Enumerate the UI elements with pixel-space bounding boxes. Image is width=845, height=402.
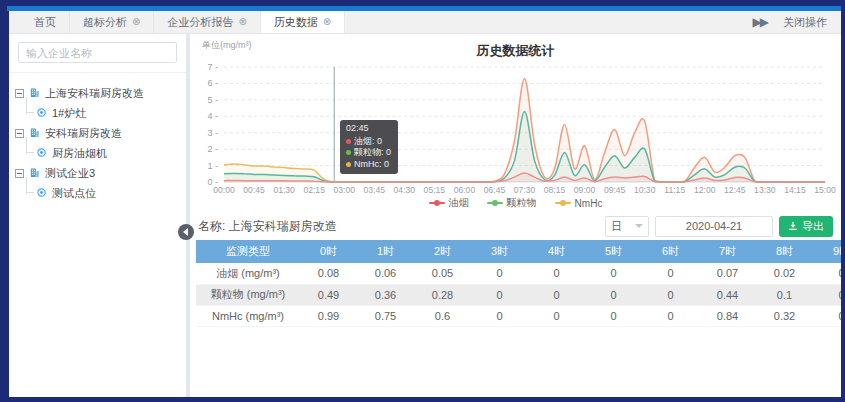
value-cell: 0.07 (699, 263, 756, 284)
tab-企业分析报告[interactable]: 企业分析报告⊗ (154, 11, 260, 33)
legend-item-颗粒物[interactable]: 颗粒物 (487, 196, 537, 210)
history-chart[interactable]: 单位(mg/m³) 历史数据统计 0 -1 -2 -3 -4 -5 -6 -7 … (190, 34, 841, 212)
tree-node-enterprise[interactable]: 测试企业3 (15, 163, 180, 183)
close-operations-menu[interactable]: 关闭操作 (783, 15, 827, 30)
svg-text:05:15: 05:15 (424, 185, 446, 195)
tree-node-point[interactable]: 测试点位 (23, 183, 180, 203)
tab-close-icon[interactable]: ⊗ (323, 17, 331, 27)
date-value: 2020-04-21 (686, 220, 742, 232)
header-cell: 8时 (756, 240, 813, 263)
tree-node-point[interactable]: 厨房油烟机 (23, 143, 180, 163)
period-select[interactable]: 日 (605, 216, 649, 237)
collapse-node-icon[interactable] (15, 169, 24, 178)
value-cell: 0 (813, 305, 841, 326)
export-label: 导出 (802, 219, 824, 234)
window-frame: 首页超标分析⊗企业分析报告⊗历史数据⊗ ▶▶ 关闭操作 上海安科瑞厨房改造1#炉… (0, 0, 845, 402)
tab-close-icon[interactable]: ⊗ (238, 17, 246, 27)
header-cell: 2时 (414, 240, 471, 263)
svg-text:15:00: 15:00 (814, 185, 836, 195)
value-cell: 0.49 (300, 284, 357, 305)
enterprise-name-value: 上海安科瑞厨房改造 (229, 218, 337, 235)
tab-bar: 首页超标分析⊗企业分析报告⊗历史数据⊗ ▶▶ 关闭操作 (9, 11, 841, 34)
header-cell: 监测类型 (196, 240, 300, 263)
value-cell: 0.84 (699, 305, 756, 326)
tree-node-point[interactable]: 1#炉灶 (23, 103, 180, 123)
collapse-sidebar-button[interactable] (178, 224, 194, 240)
row-label: 油烟 (mg/m³) (196, 263, 300, 284)
value-cell: 0.36 (357, 284, 414, 305)
enterprise-search-input[interactable] (18, 42, 177, 63)
period-select-value: 日 (611, 219, 622, 234)
tab-close-icon[interactable]: ⊗ (132, 17, 140, 27)
svg-text:06:45: 06:45 (484, 185, 506, 195)
svg-text:00:00: 00:00 (213, 185, 235, 195)
value-cell: 0 (528, 284, 585, 305)
double-arrow-icon[interactable]: ▶▶ (753, 15, 767, 29)
tab-超标分析[interactable]: 超标分析⊗ (70, 11, 154, 33)
chart-canvas: 0 -1 -2 -3 -4 -5 -6 -7 -00:0000:4501:300… (190, 34, 841, 212)
tab-label: 企业分析报告 (167, 15, 233, 30)
value-cell: 0 (528, 305, 585, 326)
tree-node-label: 测试企业3 (45, 166, 95, 181)
value-cell: 0.02 (756, 263, 813, 284)
svg-text:09:00: 09:00 (574, 185, 596, 195)
point-icon (36, 107, 47, 120)
building-icon (29, 167, 40, 180)
value-cell: 0.6 (414, 305, 471, 326)
hourly-table-wrap: 监测类型0时1时2时3时4时5时6时7时8时9时油烟 (mg/m³)0.080.… (196, 240, 841, 327)
value-cell: 0 (471, 263, 528, 284)
search-wrap (9, 34, 186, 73)
value-cell: 0 (471, 284, 528, 305)
value-cell: 0 (585, 305, 642, 326)
tab-历史数据[interactable]: 历史数据⊗ (261, 11, 345, 33)
svg-text:03:45: 03:45 (364, 185, 386, 195)
svg-text:06:00: 06:00 (454, 185, 476, 195)
value-cell: 0 (642, 284, 699, 305)
svg-text:01:30: 01:30 (273, 185, 295, 195)
tab-首页[interactable]: 首页 (21, 11, 70, 33)
value-cell: 0.05 (414, 263, 471, 284)
svg-text:6 -: 6 - (208, 78, 219, 88)
svg-text:2 -: 2 - (208, 144, 219, 154)
value-cell: 0.75 (357, 305, 414, 326)
tree-node-enterprise[interactable]: 上海安科瑞厨房改造 (15, 83, 180, 103)
svg-text:14:15: 14:15 (784, 185, 806, 195)
building-icon (29, 127, 40, 140)
collapse-node-icon[interactable] (15, 129, 24, 138)
header-cell: 5时 (585, 240, 642, 263)
value-cell: 0 (642, 305, 699, 326)
export-button[interactable]: 导出 (779, 216, 833, 237)
tab-label: 首页 (34, 15, 56, 30)
legend-item-油烟[interactable]: 油烟 (429, 196, 469, 210)
enterprise-tree: 上海安科瑞厨房改造1#炉灶安科瑞厨房改造厨房油烟机测试企业3测试点位 (9, 73, 186, 213)
enterprise-sidebar: 上海安科瑞厨房改造1#炉灶安科瑞厨房改造厨房油烟机测试企业3测试点位 (9, 34, 186, 397)
svg-text:03:00: 03:00 (333, 185, 355, 195)
tree-node-label: 测试点位 (52, 186, 96, 201)
header-cell: 9时 (813, 240, 841, 263)
svg-text:10:30: 10:30 (634, 185, 656, 195)
tab-label: 历史数据 (274, 15, 318, 30)
table-row: 油烟 (mg/m³)0.080.060.0500000.070.020 (196, 263, 841, 284)
value-cell: 0 (585, 284, 642, 305)
svg-text:11:15: 11:15 (664, 185, 685, 195)
building-icon (29, 87, 40, 100)
legend-marker (555, 202, 571, 204)
content-area: 上海安科瑞厨房改造1#炉灶安科瑞厨房改造厨房油烟机测试企业3测试点位 单位(mg… (9, 34, 841, 397)
tree-node-label: 1#炉灶 (52, 106, 86, 121)
tree-node-enterprise[interactable]: 安科瑞厨房改造 (15, 123, 180, 143)
svg-text:02:15: 02:15 (303, 185, 325, 195)
main-panel: 单位(mg/m³) 历史数据统计 0 -1 -2 -3 -4 -5 -6 -7 … (190, 34, 841, 397)
point-icon (36, 147, 47, 160)
tab-list: 首页超标分析⊗企业分析报告⊗历史数据⊗ (9, 11, 345, 33)
collapse-node-icon[interactable] (15, 89, 24, 98)
legend-label: 颗粒物 (507, 196, 537, 210)
value-cell: 0 (813, 284, 841, 305)
legend-item-NmHc[interactable]: NmHc (555, 196, 603, 210)
table-toolbar: 名称: 上海安科瑞厨房改造 日 2020-04-21 导出 (190, 212, 841, 240)
value-cell: 0.28 (414, 284, 471, 305)
header-cell: 0时 (300, 240, 357, 263)
svg-text:5 -: 5 - (208, 95, 219, 105)
date-picker[interactable]: 2020-04-21 (655, 216, 773, 237)
tree-node-label: 安科瑞厨房改造 (45, 126, 122, 141)
svg-text:04:30: 04:30 (394, 185, 416, 195)
